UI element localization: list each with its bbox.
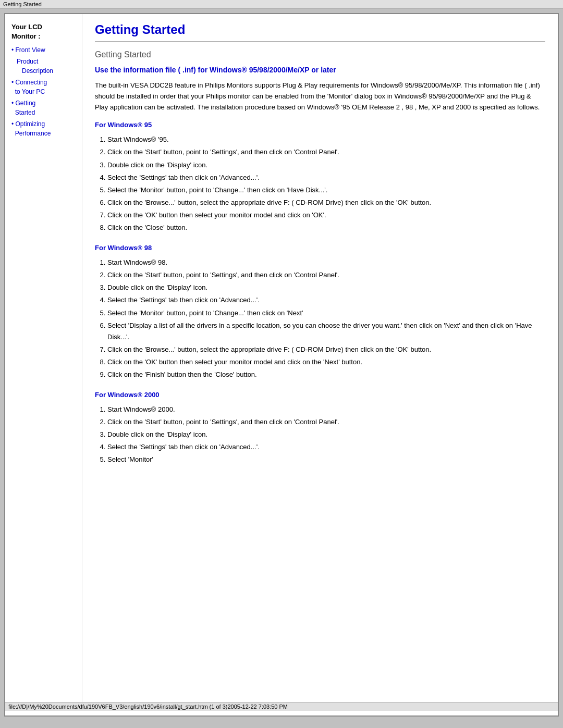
- win95-step-4: Select the 'Settings' tab then click on …: [107, 172, 545, 183]
- title-bar-text: Getting Started: [3, 1, 42, 7]
- sidebar-item-front-view[interactable]: • Front View: [11, 45, 77, 56]
- intro-text: The built-in VESA DDC2B feature in Phili…: [95, 80, 545, 113]
- win98-step-8: Click on the 'OK' button then select you…: [107, 356, 545, 368]
- win2000-step-1: Start Windows® 2000.: [107, 404, 545, 415]
- win95-step-6: Click on the 'Browse...' button, select …: [107, 197, 545, 208]
- sidebar-item-getting-started[interactable]: • Getting Started: [11, 98, 77, 118]
- divider: [95, 41, 545, 42]
- win98-step-7: Click on the 'Browse...' button, select …: [107, 344, 545, 355]
- win95-step-8: Click on the 'Close' button.: [107, 222, 545, 233]
- win98-step-5: Select the 'Monitor' button, point to 'C…: [107, 307, 545, 319]
- info-heading: Use the information file ( .inf) for Win…: [95, 66, 545, 74]
- sidebar-link-optimizing[interactable]: • Optimizing Performance: [11, 119, 51, 138]
- sidebar-item-product-desc[interactable]: Product Description: [17, 57, 77, 76]
- win95-steps: Start Windows® '95. Click on the 'Start'…: [107, 134, 545, 233]
- sidebar-heading: Your LCD Monitor :: [11, 22, 77, 41]
- win98-step-1: Start Windows® 98.: [107, 257, 545, 268]
- win98-step-4: Select the 'Settings' tab then click on …: [107, 294, 545, 306]
- win2000-step-5: Select 'Monitor': [107, 454, 545, 465]
- sidebar-link-getting-started[interactable]: • Getting Started: [11, 98, 35, 117]
- browser-inner: Your LCD Monitor : • Front View Product …: [5, 14, 558, 702]
- win2000-title: For Windows® 2000: [95, 391, 545, 399]
- section-subtitle: Getting Started: [95, 50, 545, 59]
- win98-step-2: Click on the 'Start' button, point to 'S…: [107, 269, 545, 281]
- sidebar: Your LCD Monitor : • Front View Product …: [5, 14, 82, 702]
- win95-step-5: Select the 'Monitor' button, point to 'C…: [107, 184, 545, 196]
- win95-step-7: Click on the 'OK' button then select you…: [107, 209, 545, 221]
- sidebar-link-front-view[interactable]: • Front View: [11, 45, 45, 55]
- sidebar-link-product-desc[interactable]: Product Description: [17, 57, 77, 76]
- win98-step-6: Select 'Display a list of all the driver…: [107, 320, 545, 343]
- main-content: Getting Started Getting Started Use the …: [82, 14, 558, 702]
- win95-step-3: Double click on the 'Display' icon.: [107, 159, 545, 171]
- sidebar-item-connecting[interactable]: • Connecting to Your PC: [11, 78, 77, 97]
- win98-title: For Windows® 98: [95, 244, 545, 252]
- win2000-step-4: Select the 'Settings' tab then click on …: [107, 441, 545, 453]
- sidebar-link-connecting[interactable]: • Connecting to Your PC: [11, 78, 47, 96]
- win95-step-2: Click on the 'Start' button, point to 'S…: [107, 146, 545, 158]
- sidebar-item-optimizing[interactable]: • Optimizing Performance: [11, 119, 77, 139]
- status-bar-text: file:///D|/My%20Documents/dfu/190V6FB_V3…: [8, 704, 288, 710]
- win95-step-1: Start Windows® '95.: [107, 134, 545, 145]
- title-bar: Getting Started: [0, 0, 563, 9]
- browser-window: Your LCD Monitor : • Front View Product …: [4, 13, 559, 717]
- win98-step-3: Double click on the 'Display' icon.: [107, 282, 545, 293]
- win98-steps: Start Windows® 98. Click on the 'Start' …: [107, 257, 545, 380]
- win98-step-9: Click on the 'Finish' button then the 'C…: [107, 369, 545, 380]
- win2000-steps: Start Windows® 2000. Click on the 'Start…: [107, 404, 545, 465]
- status-bar: file:///D|/My%20Documents/dfu/190V6FB_V3…: [5, 702, 558, 711]
- win2000-step-2: Click on the 'Start' button, point to 'S…: [107, 416, 545, 428]
- page-title: Getting Started: [95, 22, 545, 37]
- win95-title: For Windows® 95: [95, 121, 545, 129]
- win2000-step-3: Double click on the 'Display' icon.: [107, 429, 545, 440]
